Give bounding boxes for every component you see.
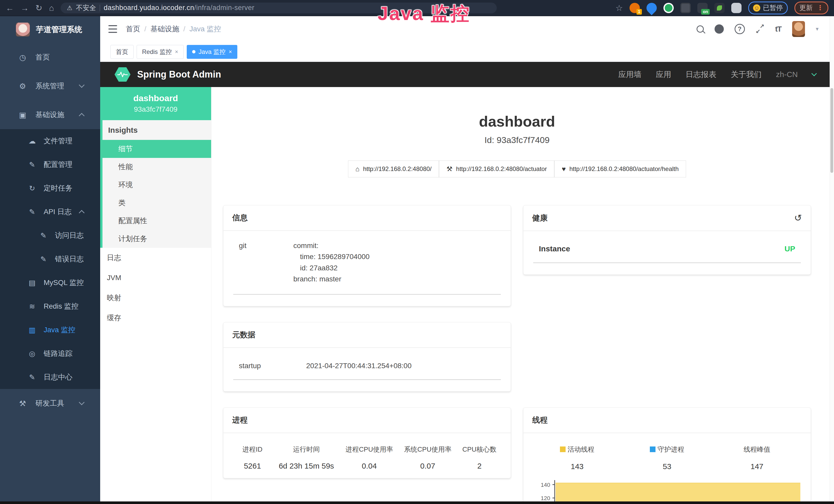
sidebar-item-label: 链路追踪 (44, 349, 72, 359)
sidebar-item-error-log[interactable]: ✎ 错误日志 (0, 247, 100, 271)
browser-menu-icon[interactable]: ⋮ (817, 4, 824, 12)
extensions-puzzle-icon[interactable] (731, 3, 742, 13)
sidebar-item-label: 错误日志 (55, 254, 84, 264)
sba-item-metrics[interactable]: 性能 (103, 158, 211, 176)
browser-back-icon[interactable]: ← (6, 4, 14, 12)
sba-nav-about[interactable]: 关于我们 (731, 69, 762, 80)
sidebar-item-label: 定时任务 (44, 183, 72, 193)
monitor-icon: ▣ (18, 110, 27, 119)
browser-forward-icon[interactable]: → (21, 4, 29, 12)
fullscreen-icon[interactable]: ↗ ↙ (756, 25, 764, 33)
service-url: http://192.168.0.2:48080/ (363, 165, 432, 173)
user-caret-icon[interactable]: ▾ (816, 26, 818, 32)
sidebar-item-system[interactable]: ⚙ 系统管理 (0, 72, 100, 100)
sidebar-item-mysql-monitor[interactable]: ▤ MySQL 监控 (0, 271, 100, 295)
url-host: dashboard.yudao.iocoder.cn (104, 4, 194, 12)
browser-update-button[interactable]: 更新 ⋮ (794, 2, 828, 15)
sba-item-jvm[interactable]: JVM (100, 268, 211, 288)
browser-reload-icon[interactable]: ↻ (36, 4, 42, 12)
extension-badge: 1 (636, 9, 642, 15)
cell-system-cpu: 0.07 (398, 462, 457, 471)
legend-label: 活动线程 (568, 445, 594, 454)
health-url-button[interactable]: ♥ http://192.168.0.2:48080/actuator/heal… (554, 160, 686, 177)
sidebar-item-java-monitor[interactable]: ▥ Java 监控 (0, 318, 100, 342)
sidebar-item-access-log[interactable]: ✎ 访问日志 (0, 224, 100, 247)
sidebar-item-trace[interactable]: ◎ 链路追踪 (0, 342, 100, 365)
legend-label: 守护进程 (658, 445, 684, 454)
sidebar-item-scheduled-job[interactable]: ↻ 定时任务 (0, 176, 100, 200)
threads-chart: 140 120 100 (532, 480, 802, 501)
sidebar-collapse-icon[interactable] (108, 25, 117, 33)
threads-card-header: 线程 (524, 408, 811, 433)
sba-item-mappings[interactable]: 映射 (100, 288, 211, 308)
extension-icon-list[interactable]: on (697, 3, 708, 13)
github-icon[interactable] (715, 24, 724, 33)
sba-item-classes[interactable]: 类 (103, 194, 211, 212)
sba-item-details[interactable]: 细节 (100, 140, 211, 158)
extension-icon-orange[interactable]: 1 (630, 3, 640, 13)
search-icon[interactable] (697, 25, 704, 32)
sidebar-item-infra[interactable]: ▣ 基础设施 (0, 100, 100, 129)
sba-nav-journal[interactable]: 日志报表 (685, 69, 716, 80)
sba-nav-wall[interactable]: 应用墙 (618, 69, 641, 80)
sidebar-item-label: 访问日志 (55, 231, 84, 240)
sba-item-environment[interactable]: 环境 (103, 176, 211, 194)
health-card: 健康 ↺ Instance UP (523, 205, 811, 275)
sidebar-item-home[interactable]: ◷ 首页 (0, 43, 100, 72)
screenshot-annotation: Java 监控 (378, 1, 470, 27)
browser-home-icon[interactable]: ⌂ (49, 4, 54, 12)
sba-item-scheduled-tasks[interactable]: 计划任务 (103, 230, 211, 248)
font-size-icon[interactable]: tT (775, 25, 781, 33)
close-icon[interactable]: × (228, 48, 232, 55)
infra-submenu: ☁ 文件管理 ✎ 配置管理 ↻ 定时任务 ✎ API 日志 ✎ (0, 129, 100, 389)
sba-item-config-props[interactable]: 配置属性 (103, 212, 211, 230)
breadcrumb-home[interactable]: 首页 (126, 24, 140, 34)
threads-chart-plot (554, 480, 802, 501)
sba-locale-select[interactable]: zh-CN (776, 70, 798, 79)
threads-card-body: 活动线程 守护进程 线程峰值 143 (524, 433, 811, 501)
sba-item-caches[interactable]: 缓存 (100, 308, 211, 328)
process-card-header: 进程 (223, 408, 511, 433)
tab-redis-monitor[interactable]: Redis 监控 × (137, 45, 184, 59)
sba-nav: 应用墙 应用 日志报表 关于我们 zh-CN (618, 69, 816, 80)
info-value: commit: time: 1596289704000 id: 27aa832 … (293, 240, 370, 285)
sidebar-item-redis-monitor[interactable]: ≋ Redis 监控 (0, 295, 100, 318)
scrollbar-thumb[interactable] (830, 88, 833, 173)
threads-card: 线程 活动线程 守护进程 (523, 408, 811, 501)
tick-mark (552, 484, 555, 485)
help-icon[interactable]: ? (734, 24, 745, 34)
tab-home[interactable]: 首页 (110, 45, 134, 59)
bookmark-star-icon[interactable]: ☆ (615, 4, 623, 12)
service-url-button[interactable]: ⌂ http://192.168.0.2:48080/ (348, 160, 439, 177)
actuator-url-button[interactable]: ⚒ http://192.168.0.2:48080/actuator (439, 160, 554, 177)
warning-icon: ⚠ (67, 4, 72, 12)
sidebar-item-config-manage[interactable]: ✎ 配置管理 (0, 153, 100, 176)
sba-item-logging[interactable]: 日志 (100, 248, 211, 268)
window-scrollbar[interactable] (830, 16, 834, 501)
green-dot (665, 4, 673, 12)
history-icon[interactable]: ↺ (794, 212, 802, 223)
extension-icon-green-circle[interactable] (663, 3, 674, 13)
chevron-down-icon (79, 82, 85, 88)
health-instance-row[interactable]: Instance UP (532, 240, 802, 253)
tab-java-monitor[interactable]: Java 监控 × (187, 45, 237, 59)
extension-icon-leaf[interactable] (714, 3, 725, 13)
sidebar-item-label: MySQL 监控 (44, 278, 84, 288)
close-icon[interactable]: × (175, 48, 178, 55)
sidebar-item-label: 配置管理 (44, 160, 72, 169)
sidebar-item-api-log[interactable]: ✎ API 日志 (0, 200, 100, 224)
sba-brand-title[interactable]: Spring Boot Admin (137, 69, 221, 80)
extension-icon-pin[interactable] (644, 1, 659, 15)
app-logo-row[interactable]: 芋道管理系统 (0, 16, 100, 43)
sidebar-item-dev-tools[interactable]: ⚒ 研发工具 (0, 389, 100, 418)
breadcrumb-infra[interactable]: 基础设施 (151, 24, 179, 34)
sba-nav-applications[interactable]: 应用 (656, 69, 671, 80)
user-avatar[interactable] (792, 21, 805, 37)
chevron-down-icon[interactable] (811, 71, 817, 76)
card-title: 进程 (232, 415, 248, 426)
sba-sidebar: dashboard 93a3fc7f7409 Insights 细节 性能 环境… (100, 87, 212, 501)
sidebar-item-file-manage[interactable]: ☁ 文件管理 (0, 129, 100, 153)
sidebar-item-log-center[interactable]: ✎ 日志中心 (0, 365, 100, 389)
extension-icon-grid[interactable] (680, 3, 691, 13)
paused-badge[interactable]: ☺ 已暂停 (748, 2, 788, 15)
